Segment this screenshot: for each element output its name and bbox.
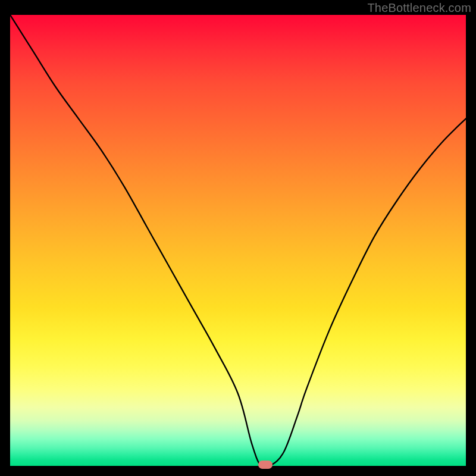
curve-path [10, 15, 466, 466]
chart-frame: TheBottleneck.com [0, 0, 476, 476]
plot-area [10, 15, 466, 466]
bottleneck-curve [10, 15, 466, 466]
optimum-marker [258, 461, 273, 469]
watermark-text: TheBottleneck.com [367, 1, 471, 15]
